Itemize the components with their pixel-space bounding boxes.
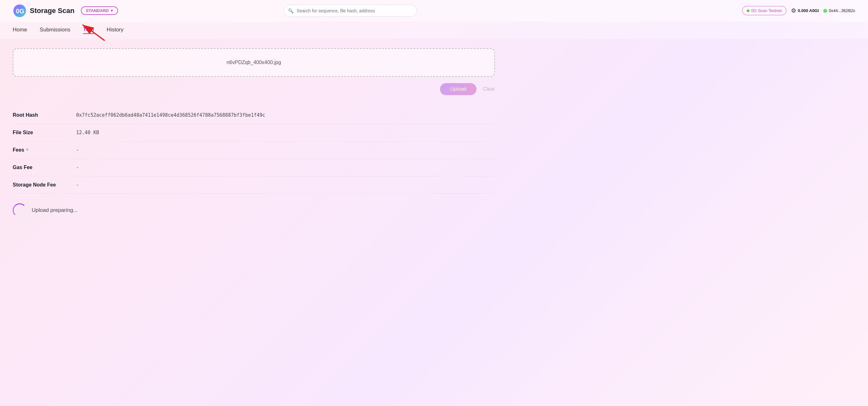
network-badge[interactable]: 0G Scan Testnet bbox=[742, 6, 786, 15]
upload-status-text: Upload preparing... bbox=[32, 207, 78, 214]
info-row-gas-fee: Gas Fee - bbox=[13, 159, 495, 176]
info-row-file-size: File Size 12.40 KB bbox=[13, 124, 495, 142]
storage-fee-value: - bbox=[76, 182, 79, 188]
upload-drop-zone[interactable]: n6vPDZqb_400x400.jpg bbox=[13, 48, 495, 77]
wallet-balance: ⚙ 0.000 A0GI bbox=[791, 7, 819, 14]
gas-fee-label: Gas Fee bbox=[13, 165, 76, 170]
tier-label: STANDARD bbox=[86, 8, 109, 13]
button-row: Upload Clear bbox=[13, 83, 495, 95]
network-label: 0G Scan Testnet bbox=[751, 8, 782, 13]
logo-icon: 0G bbox=[13, 4, 27, 18]
nav-item-submissions[interactable]: Submissions bbox=[40, 27, 70, 34]
header: 0G Storage Scan STANDARD ▾ 🔍 0G Scan Tes… bbox=[0, 0, 868, 22]
svg-text:0G: 0G bbox=[16, 8, 24, 14]
wallet-icon: ⚙ bbox=[791, 7, 796, 14]
header-right: 0G Scan Testnet ⚙ 0.000 A0GI 0x44...362B… bbox=[742, 6, 855, 15]
upload-button[interactable]: Upload bbox=[440, 83, 476, 95]
info-row-storage-fee: Storage Node Fee - bbox=[13, 176, 495, 194]
info-table: Root Hash 0x7fc52aceff062db6ad48a7411e14… bbox=[13, 106, 495, 194]
nav-item-history[interactable]: History bbox=[106, 27, 123, 34]
tier-chevron-icon: ▾ bbox=[111, 8, 113, 13]
nav-container: Home Submissions Tool History bbox=[0, 22, 868, 39]
loading-spinner bbox=[13, 203, 27, 217]
nav: Home Submissions Tool History bbox=[0, 22, 868, 39]
info-row-fees: Fees ^ - bbox=[13, 142, 495, 159]
wallet-address[interactable]: 0x44...362B2c bbox=[823, 8, 855, 13]
nav-item-tool[interactable]: Tool bbox=[83, 26, 94, 34]
tier-badge[interactable]: STANDARD ▾ bbox=[81, 6, 118, 15]
app-title: Storage Scan bbox=[30, 7, 74, 15]
main-content: n6vPDZqb_400x400.jpg Upload Clear Root H… bbox=[0, 39, 507, 227]
logo-area: 0G Storage Scan bbox=[13, 4, 74, 18]
address-text: 0x44...362B2c bbox=[829, 8, 855, 13]
search-icon: 🔍 bbox=[288, 8, 293, 13]
nav-item-home[interactable]: Home bbox=[13, 27, 27, 34]
search-bar: 🔍 bbox=[284, 5, 417, 17]
storage-fee-label: Storage Node Fee bbox=[13, 182, 76, 188]
search-input[interactable] bbox=[284, 5, 417, 17]
address-avatar bbox=[823, 9, 827, 13]
upload-status: Upload preparing... bbox=[13, 203, 495, 217]
balance-value: 0.000 A0GI bbox=[798, 8, 819, 13]
root-hash-value: 0x7fc52aceff062db6ad48a7411e1498ce4d3685… bbox=[76, 112, 265, 118]
fees-caret-icon[interactable]: ^ bbox=[26, 148, 28, 152]
root-hash-label: Root Hash bbox=[13, 112, 76, 118]
clear-button[interactable]: Clear bbox=[483, 86, 495, 92]
file-size-label: File Size bbox=[13, 130, 76, 135]
gas-fee-value: - bbox=[76, 165, 79, 170]
upload-filename: n6vPDZqb_400x400.jpg bbox=[226, 60, 281, 65]
fees-label: Fees ^ bbox=[13, 147, 76, 153]
file-size-value: 12.40 KB bbox=[76, 130, 99, 135]
info-row-root-hash: Root Hash 0x7fc52aceff062db6ad48a7411e14… bbox=[13, 106, 495, 124]
fees-value: - bbox=[76, 147, 79, 153]
network-status-dot bbox=[747, 9, 749, 12]
